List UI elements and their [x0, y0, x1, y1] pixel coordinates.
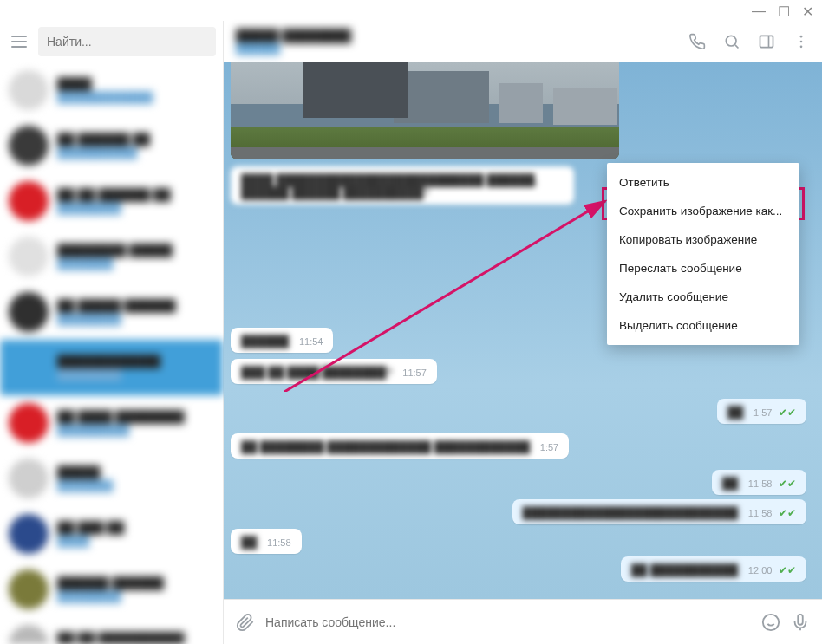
chat-preview: ████████ — [57, 590, 214, 603]
avatar — [9, 514, 49, 554]
svg-point-2 — [800, 35, 803, 37]
message-input[interactable] — [265, 615, 751, 629]
chat-header: █████ ████████ ██████ — [224, 21, 822, 62]
avatar — [9, 625, 49, 644]
chat-list-item[interactable]: ██ █████ ██████████████ — [0, 284, 223, 340]
emoji-icon[interactable] — [761, 613, 780, 632]
message-out[interactable]: ██ 1:57 ✔✔ — [717, 399, 806, 424]
chat-list-item[interactable]: ██ ██ ██████████████████ — [0, 617, 223, 644]
chat-list-item[interactable]: ██ ████ █████████████████ — [0, 395, 223, 451]
chat-list[interactable]: ██████████████████ ██████ ██████████████… — [0, 62, 223, 644]
svg-point-6 — [763, 614, 779, 629]
chat-preview: ███████ — [57, 257, 214, 270]
composer — [224, 599, 822, 644]
window-controls: — ☐ ✕ — [752, 3, 813, 20]
chat-name: ██████ ██████ — [57, 576, 214, 590]
message-in[interactable]: ██ ████████ █████████████ ████████████ 1… — [231, 433, 569, 459]
message-in[interactable]: ██ 11:58 — [231, 529, 302, 554]
context-menu-item[interactable]: Сохранить изображение как... — [607, 197, 799, 225]
read-ticks-icon: ✔✔ — [779, 507, 796, 519]
call-icon[interactable] — [688, 33, 706, 50]
chat-name: ████ — [57, 77, 214, 91]
message-in[interactable]: ██████ 11:54 — [231, 328, 333, 353]
sidebar: ██████████████████ ██████ ██████████████… — [0, 21, 224, 644]
svg-point-4 — [800, 45, 803, 48]
chat-list-item[interactable]: ██ ██ ██████ ██████████ — [0, 173, 223, 229]
chat-name: ██ █████ ██████ — [57, 299, 214, 313]
chat-list-item[interactable]: ██ ██████ ████████████ — [0, 118, 223, 173]
avatar — [9, 459, 49, 498]
message-out[interactable]: ███████████████████████████ 11:58 ✔✔ — [512, 499, 806, 524]
chat-name: ██ ███ ██ — [57, 521, 214, 535]
message-time: 1:57 — [754, 407, 772, 418]
chat-name: ████████████ — [57, 355, 214, 368]
image-message[interactable] — [231, 62, 619, 159]
avatar — [9, 181, 49, 221]
message-out[interactable]: ██ ███████████ 12:00 ✔✔ — [621, 556, 806, 582]
chat-name: █████ — [57, 465, 214, 479]
svg-rect-1 — [760, 36, 773, 47]
chat-subtitle: ██████ — [236, 42, 351, 55]
message-time: 11:58 — [748, 478, 773, 489]
chat-list-item[interactable]: ██ ███ ██████ — [0, 506, 223, 562]
avatar — [9, 292, 49, 332]
context-menu-item[interactable]: Выделить сообщение — [607, 311, 799, 340]
message-out[interactable]: ██ 11:58 ✔✔ — [712, 470, 806, 495]
svg-point-0 — [726, 36, 736, 46]
chat-preview: ████████ — [57, 313, 214, 326]
chat-preview: ███████ — [57, 479, 214, 492]
context-menu-item[interactable]: Ответить — [607, 168, 799, 197]
mic-icon[interactable] — [791, 613, 810, 632]
chat-list-item[interactable]: ████████████████ — [0, 62, 223, 118]
read-ticks-icon: ✔✔ — [779, 478, 796, 490]
avatar — [9, 126, 49, 166]
search-icon[interactable] — [723, 33, 740, 50]
chat-name: ████████ █████ — [57, 244, 214, 257]
message-in[interactable]: ███ ██ ████ ████████? 11:57 — [231, 359, 437, 384]
avatar — [9, 348, 49, 387]
minimize-button[interactable]: — — [752, 3, 766, 20]
chat-preview: ████████ — [57, 202, 214, 215]
chat-list-item[interactable]: ████████████ — [0, 451, 223, 506]
svg-point-3 — [800, 40, 803, 42]
message-time: 11:58 — [748, 508, 773, 518]
chat-preview: ████ — [57, 535, 214, 548]
message-time: 11:57 — [402, 368, 427, 378]
avatar — [9, 569, 49, 609]
close-button[interactable]: ✕ — [802, 3, 813, 20]
chat-list-item[interactable]: ████████ ████████████ — [0, 229, 223, 284]
message-in[interactable]: ████ ██████████████████████████ ██████, … — [231, 166, 574, 205]
side-panel-icon[interactable] — [758, 33, 775, 50]
read-ticks-icon: ✔✔ — [779, 564, 796, 576]
chat-name: ██ ██ ██████████ — [57, 632, 214, 645]
avatar — [9, 70, 49, 110]
maximize-button[interactable]: ☐ — [778, 3, 790, 20]
message-time: 12:00 — [748, 565, 773, 576]
search-input[interactable] — [47, 35, 207, 49]
message-time: 11:54 — [299, 336, 323, 347]
chat-preview: ████████████ — [57, 91, 214, 104]
chat-list-item[interactable]: ██████ ██████████████ — [0, 562, 223, 617]
chat-name: ██ ████ ████████ — [57, 410, 214, 424]
chat-preview: ██████████ — [57, 146, 214, 159]
message-time: 1:57 — [540, 442, 558, 452]
message-time: 11:58 — [267, 537, 291, 548]
context-menu: ОтветитьСохранить изображение как...Копи… — [607, 163, 799, 345]
avatar — [9, 237, 49, 276]
attach-icon[interactable] — [236, 613, 255, 632]
chat-preview: █████████ — [57, 424, 214, 437]
read-ticks-icon: ✔✔ — [779, 407, 796, 419]
chat-name: ██ ██████ ██ — [57, 133, 214, 146]
chat-list-item[interactable]: ████████████████████ — [0, 340, 223, 395]
chat-title[interactable]: █████ ████████ — [236, 29, 351, 42]
search-box[interactable] — [38, 27, 216, 56]
context-menu-item[interactable]: Переслать сообщение — [607, 254, 799, 283]
chat-body[interactable]: ████ ██████████████████████████ ██████, … — [224, 62, 822, 599]
more-icon[interactable] — [793, 33, 810, 50]
chat-panel: █████ ████████ ██████ ████ ████ — [224, 21, 822, 644]
chat-preview: ████████ — [57, 368, 214, 381]
context-menu-item[interactable]: Удалить сообщение — [607, 283, 799, 311]
context-menu-item[interactable]: Копировать изображение — [607, 225, 799, 254]
menu-button[interactable] — [7, 29, 31, 54]
chat-name: ██ ██ ██████ ██ — [57, 188, 214, 202]
